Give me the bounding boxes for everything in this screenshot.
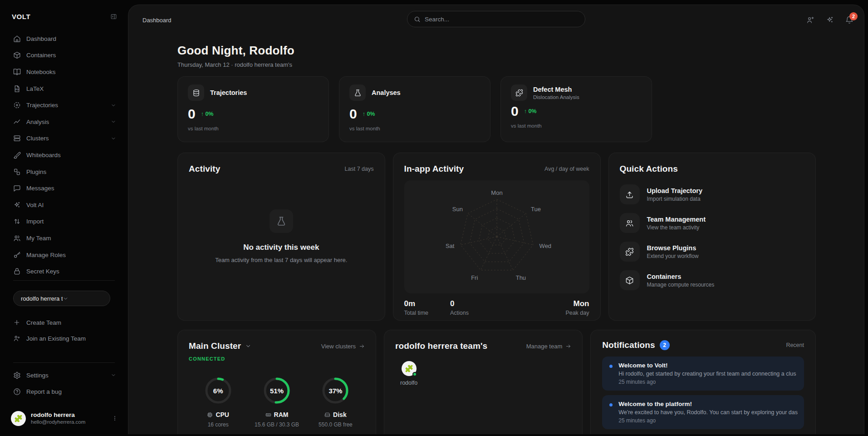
team-member[interactable]: rodolfo (395, 361, 422, 386)
cluster-selector[interactable]: Main Cluster (189, 341, 251, 351)
sidebar-item-label: Import (26, 218, 44, 225)
ai-sparkles-icon[interactable] (826, 16, 834, 24)
puzzle-icon (511, 84, 527, 101)
chevron-down-icon (63, 296, 104, 302)
flask-icon (270, 209, 293, 233)
join-team-button[interactable]: Join an Existing Team (0, 331, 128, 347)
page-subtitle: Thursday, March 12 · rodolfo herrera tea… (177, 61, 816, 68)
team-card: rodolfo herrera team's Manage team rodol… (384, 330, 583, 434)
quick-action-browse-plugins[interactable]: Browse Plugins Extend your workflow (620, 240, 805, 263)
sidebar-item-plugins[interactable]: Plugins (0, 164, 128, 180)
gauge-cpu: 6% CPU 16 cores (191, 376, 245, 428)
chevron-down-icon (111, 119, 116, 124)
sidebar-item-analysis[interactable]: Analysis (0, 114, 128, 130)
sidebar: VOLT Dashboard Containers Notebooks PDF … (0, 0, 128, 436)
create-team-button[interactable]: Create Team (0, 315, 128, 331)
stat-delta: ↑ 0% (201, 111, 214, 117)
stat-subtitle: Dislocation Analysis (533, 94, 579, 100)
user-plus-icon (13, 335, 21, 342)
orbit-icon (13, 101, 21, 109)
main-panel: Dashboard 2 Good Night, Rodolfo Thursday… (128, 5, 864, 434)
sidebar-item-notebooks[interactable]: Notebooks (0, 64, 128, 80)
brush-icon (13, 151, 21, 159)
svg-text:Thu: Thu (515, 274, 525, 281)
sidebar-item-label: Clusters (26, 135, 49, 142)
gauge-name: Disk (333, 411, 347, 418)
chevron-down-icon (111, 136, 116, 141)
gauge-detail: 16 cores (191, 421, 245, 428)
svg-text:Sun: Sun (452, 206, 462, 213)
notifications-filter[interactable]: Recent (786, 342, 804, 348)
stat-value: 0 (511, 104, 519, 118)
avatar (402, 361, 417, 376)
sidebar-item-clusters[interactable]: Clusters (0, 130, 128, 147)
gauge-name: CPU (216, 411, 229, 418)
divider (13, 280, 115, 281)
stat-value: 0 (349, 107, 357, 121)
stat-card-trajectories[interactable]: Trajectories 0 ↑ 0% vs last month (177, 76, 329, 142)
radar-chart: MonTueWedThuFriSatSun (404, 180, 589, 293)
user-profile: rodolfo herrera hello@rodyherrera.com (0, 407, 128, 429)
user-menu-icon[interactable] (110, 413, 120, 424)
chevron-down-icon (111, 372, 116, 378)
svg-text:Sat: Sat (445, 243, 454, 249)
arrow-right-icon (565, 343, 571, 349)
sidebar-item-dashboard[interactable]: Dashboard (0, 30, 128, 47)
quick-action-team-management[interactable]: Team Management View the team activity (620, 212, 805, 234)
page-title: Good Night, Rodolfo (177, 44, 816, 58)
inapp-activity-card: In-app Activity Avg / day of week MonTue… (393, 153, 601, 321)
notification-item[interactable]: Welcome to Volt! Hi rodolfo, get started… (602, 357, 804, 391)
sidebar-item-messages[interactable]: Messages (0, 180, 128, 197)
view-clusters-link[interactable]: View clusters (321, 343, 365, 350)
memory-icon (265, 412, 271, 418)
sidebar-item-volt-ai[interactable]: Volt AI (0, 197, 128, 213)
notifications-card: Notifications 2 Recent Welcome to Volt! … (590, 330, 816, 434)
sidebar-item-label: LaTeX (26, 85, 44, 92)
sidebar-item-settings[interactable]: Settings (0, 367, 128, 384)
sidebar-item-latex[interactable]: PDF LaTeX (0, 80, 128, 97)
collapse-sidebar-icon[interactable] (110, 13, 117, 20)
inapp-title: In-app Activity (404, 164, 464, 174)
quick-action-upload-trajectory[interactable]: Upload Trajectory Import simulation data (620, 183, 805, 206)
sidebar-item-secret-keys[interactable]: Secret Keys (0, 263, 128, 280)
sidebar-item-containers[interactable]: Containers (0, 47, 128, 64)
member-name: rodolfo (395, 380, 422, 386)
quick-action-containers[interactable]: Containers Manage compute resources (620, 269, 805, 292)
home-icon (13, 35, 21, 43)
notifications-bell-icon[interactable]: 2 (845, 16, 853, 24)
stat-card-defect-mesh[interactable]: Defect Mesh Dislocation Analysis 0 ↑ 0% … (500, 76, 652, 142)
key-icon (13, 251, 21, 259)
squares-icon (13, 168, 21, 176)
sidebar-item-my-team[interactable]: My Team (0, 230, 128, 247)
manage-team-link[interactable]: Manage team (526, 343, 572, 350)
database-icon (188, 84, 204, 101)
sidebar-item-manage-roles[interactable]: Manage Roles (0, 247, 128, 263)
stat-title: Trajectories (210, 89, 247, 96)
svg-text:Wed: Wed (539, 243, 551, 249)
stat-title: Analyses (372, 89, 401, 96)
avatar (11, 411, 26, 426)
app-logo: VOLT (12, 13, 30, 20)
sidebar-item-whiteboards[interactable]: Whiteboards (0, 147, 128, 164)
sidebar-item-import[interactable]: Import (0, 213, 128, 230)
arrow-right-icon (359, 343, 365, 349)
stat-card-analyses[interactable]: Analyses 0 ↑ 0% vs last month (339, 76, 490, 142)
activity-range: Last 7 days (345, 166, 374, 172)
stat-delta: ↑ 0% (363, 111, 375, 117)
box-icon (13, 51, 21, 59)
gauge-value: 51% (262, 376, 291, 405)
resource-gauges: 6% CPU 16 cores 51% RAM (189, 376, 365, 428)
upload-icon (620, 184, 640, 204)
online-status-dot (412, 372, 417, 377)
divider (13, 362, 115, 363)
sidebar-item-report-bug[interactable]: Report a bug (0, 384, 128, 401)
stat-delta: ↑ 0% (524, 108, 537, 114)
users-icon (13, 234, 21, 242)
sidebar-item-trajectories[interactable]: Trajectories (0, 97, 128, 114)
team-selector[interactable]: rodolfo herrera team's (13, 291, 110, 306)
server-icon (13, 134, 21, 142)
stat-footnote: vs last month (188, 126, 319, 131)
notification-count-badge: 2 (849, 12, 858, 20)
notification-item[interactable]: Welcome to the platform! We're excited t… (602, 395, 804, 429)
sidebar-item-label: Containers (26, 52, 56, 59)
